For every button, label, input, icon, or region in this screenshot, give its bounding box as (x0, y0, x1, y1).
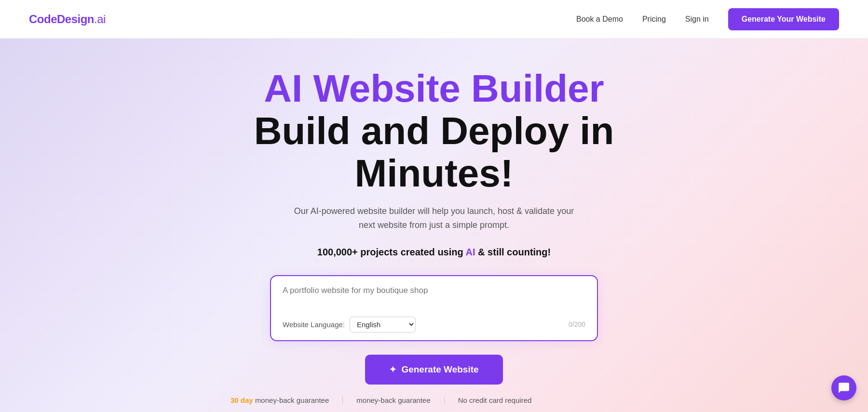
hero-title-ai: AI Website Builder (217, 67, 651, 110)
prompt-language: Website Language: English Spanish French… (283, 317, 416, 332)
logo-text: CodeDesign (29, 13, 94, 26)
nav-sign-in[interactable]: Sign in (685, 15, 709, 24)
generate-button-label: Generate Website (401, 364, 478, 375)
nav-links: Book a Demo Pricing Sign in Generate You… (576, 8, 839, 30)
generate-website-button[interactable]: ✦ Generate Website (365, 355, 502, 385)
language-select[interactable]: English Spanish French German Portuguese… (350, 317, 416, 332)
nav-book-demo[interactable]: Book a Demo (576, 15, 623, 24)
hero-title-main: Build and Deploy in Minutes! (217, 110, 651, 195)
trust-30day: 30 day (231, 396, 253, 404)
navbar: CodeDesign.ai Book a Demo Pricing Sign i… (0, 0, 868, 39)
hero-section: AI Website Builder Build and Deploy in M… (0, 39, 868, 412)
prompt-box: Website Language: English Spanish French… (270, 275, 598, 341)
sparkle-icon: ✦ (389, 364, 396, 375)
hero-stats-ai: AI (466, 247, 475, 257)
hero-content: AI Website Builder Build and Deploy in M… (217, 67, 651, 405)
nav-generate-button[interactable]: Generate Your Website (728, 8, 839, 30)
hero-stats-suffix: & still counting! (475, 247, 551, 257)
hero-stats-number: 100,000+ (317, 247, 358, 257)
prompt-footer: Website Language: English Spanish French… (283, 317, 585, 332)
trust-badge-1: 30 day money-back guarantee (217, 396, 342, 404)
prompt-counter: 0/200 (569, 320, 585, 328)
hero-stats: 100,000+ projects created using AI & sti… (217, 247, 651, 258)
prompt-textarea[interactable] (283, 286, 585, 309)
trust-badge-2: money-back guarantee (343, 396, 444, 404)
logo[interactable]: CodeDesign.ai (29, 13, 106, 26)
trust-badges: 30 day money-back guarantee money-back g… (217, 396, 651, 405)
nav-pricing[interactable]: Pricing (642, 15, 666, 24)
language-label: Website Language: (283, 320, 345, 329)
chat-bubble[interactable] (831, 375, 856, 400)
hero-stats-middle: projects created using (358, 247, 466, 257)
trust-money-back: money-back guarantee (255, 396, 329, 404)
trust-badge-3: No credit card required (445, 396, 545, 404)
hero-subtitle: Our AI-powered website builder will help… (289, 204, 579, 232)
logo-suffix: .ai (94, 13, 106, 26)
chat-icon (838, 382, 850, 394)
